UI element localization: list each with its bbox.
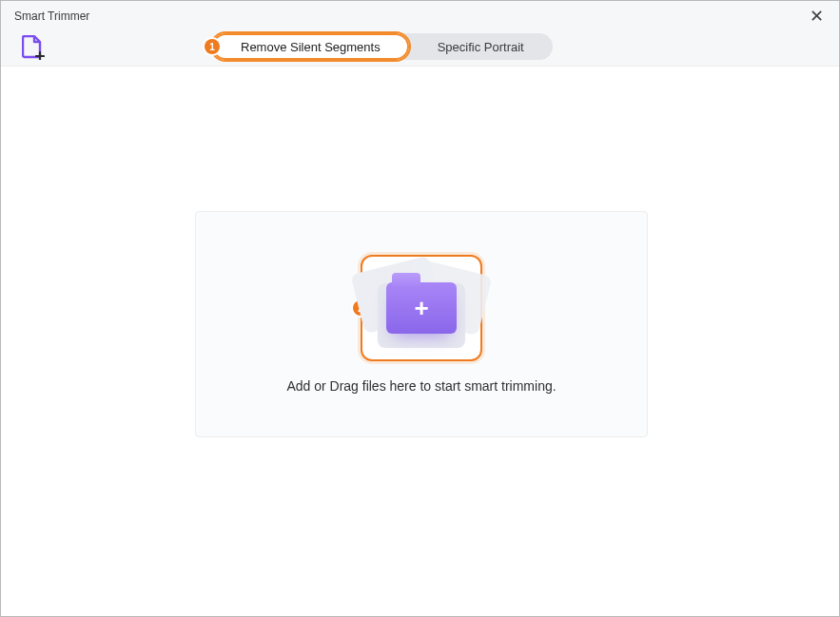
tab-label-specific-portrait: Specific Portrait: [438, 40, 524, 54]
tab-label-remove-silent: Remove Silent Segments: [241, 40, 381, 54]
dropzone-illustration: +: [362, 257, 480, 359]
plus-icon: +: [386, 282, 457, 334]
close-icon[interactable]: ✕: [804, 6, 830, 27]
tab-remove-silent-segments[interactable]: 1 Remove Silent Segments: [212, 33, 409, 60]
titlebar: Smart Trimmer ✕: [1, 1, 839, 28]
step-badge-1: 1: [205, 39, 220, 54]
mode-segmented-control: 1 Remove Silent Segments Specific Portra…: [212, 33, 553, 60]
add-file-icon[interactable]: [22, 35, 43, 58]
dropzone[interactable]: 2 + Add or Drag files here to start smar…: [195, 211, 648, 437]
folder-add-icon: +: [386, 282, 457, 334]
add-files-button[interactable]: 2 +: [361, 255, 482, 361]
toolbar: 1 Remove Silent Segments Specific Portra…: [1, 28, 839, 67]
window-title: Smart Trimmer: [14, 10, 89, 23]
main-area: 2 + Add or Drag files here to start smar…: [1, 67, 839, 616]
tab-specific-portrait[interactable]: Specific Portrait: [409, 33, 553, 60]
dropzone-instruction: Add or Drag files here to start smart tr…: [286, 378, 556, 394]
